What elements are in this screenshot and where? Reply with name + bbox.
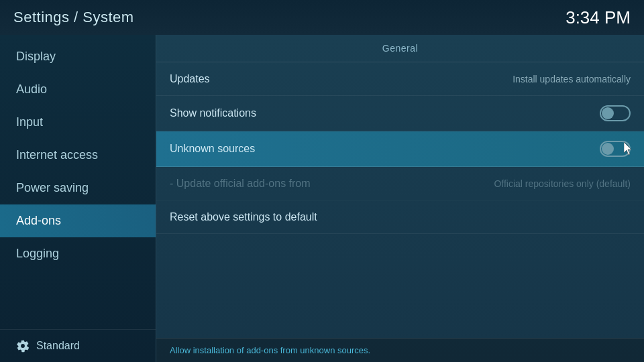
row-label-updates: Updates bbox=[170, 73, 210, 85]
settings-row-show-notifications[interactable]: Show notifications bbox=[156, 96, 644, 131]
app-header: Settings / System 3:34 PM bbox=[0, 0, 644, 35]
sidebar-footer[interactable]: Standard bbox=[0, 329, 156, 362]
sidebar-item-logging[interactable]: Logging bbox=[0, 237, 156, 270]
section-header: General bbox=[156, 35, 644, 62]
row-value-update-official: Official repositories only (default) bbox=[494, 178, 631, 189]
settings-row-update-official[interactable]: - Update official add-ons fromOfficial r… bbox=[156, 167, 644, 200]
settings-row-updates[interactable]: UpdatesInstall updates automatically bbox=[156, 62, 644, 96]
row-value-updates: Install updates automatically bbox=[513, 74, 631, 84]
toggle-knob-unknown-sources bbox=[602, 143, 614, 155]
row-label-update-official: - Update official add-ons from bbox=[170, 178, 311, 190]
toggle-knob-show-notifications bbox=[602, 107, 614, 119]
sidebar-item-input[interactable]: Input bbox=[0, 106, 156, 139]
sidebar-item-add-ons[interactable]: Add-ons bbox=[0, 204, 156, 237]
sidebar-item-display[interactable]: Display bbox=[0, 40, 156, 73]
main-layout: DisplayAudioInputInternet accessPower sa… bbox=[0, 35, 644, 362]
row-label-unknown-sources: Unknown sources bbox=[170, 143, 255, 155]
content-area: General UpdatesInstall updates automatic… bbox=[156, 35, 644, 362]
footer-hint: Allow installation of add-ons from unkno… bbox=[156, 338, 644, 362]
toggle-unknown-sources[interactable] bbox=[600, 141, 631, 157]
clock: 3:34 PM bbox=[566, 7, 631, 28]
settings-row-unknown-sources[interactable]: Unknown sources bbox=[156, 131, 644, 167]
page-title: Settings / System bbox=[13, 9, 134, 26]
settings-row-reset-settings[interactable]: Reset above settings to default bbox=[156, 200, 644, 234]
sidebar-item-audio[interactable]: Audio bbox=[0, 73, 156, 106]
sidebar: DisplayAudioInputInternet accessPower sa… bbox=[0, 35, 156, 362]
sidebar-item-internet-access[interactable]: Internet access bbox=[0, 139, 156, 172]
row-label-reset-settings: Reset above settings to default bbox=[170, 211, 317, 223]
sidebar-item-power-saving[interactable]: Power saving bbox=[0, 172, 156, 204]
profile-label: Standard bbox=[36, 340, 80, 352]
toggle-show-notifications[interactable] bbox=[600, 105, 631, 121]
gear-icon bbox=[16, 339, 30, 353]
row-label-show-notifications: Show notifications bbox=[170, 107, 256, 119]
settings-panel: General UpdatesInstall updates automatic… bbox=[156, 35, 644, 338]
